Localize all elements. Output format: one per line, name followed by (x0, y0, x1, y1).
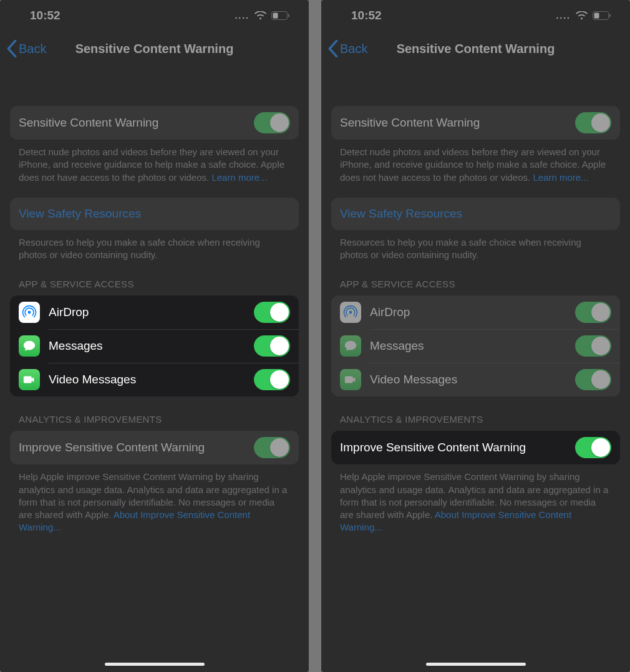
toggle-on-icon[interactable] (254, 335, 290, 357)
messages-icon (340, 335, 361, 357)
home-indicator[interactable] (105, 663, 205, 666)
toggle-on-icon[interactable] (254, 369, 290, 390)
improve-group: Improve Sensitive Content Warning (331, 431, 620, 464)
apps-group: AirDrop Messages Video Messages (331, 295, 620, 396)
improve-footer: Help Apple improve Sensitive Content War… (10, 464, 299, 534)
main-toggle-footer: Detect nude photos and videos before the… (10, 140, 299, 184)
row-label: Messages (370, 339, 566, 353)
video-messages-row[interactable]: Video Messages (10, 363, 299, 396)
row-label: AirDrop (49, 305, 245, 319)
safety-group: View Safety Resources (331, 198, 620, 230)
airdrop-icon (340, 302, 361, 323)
airdrop-row[interactable]: AirDrop (10, 295, 299, 329)
main-toggle-group: Sensitive Content Warning (331, 106, 620, 140)
analytics-section-header: ANALYTICS & IMPROVEMENTS (10, 396, 299, 431)
wifi-icon (576, 11, 588, 20)
improve-footer: Help Apple improve Sensitive Content War… (331, 464, 620, 534)
row-label: Video Messages (370, 373, 566, 386)
chevron-left-icon (6, 40, 17, 57)
video-messages-icon (19, 369, 40, 390)
apps-section-header: APP & SERVICE ACCESS (331, 261, 620, 295)
toggle-on-icon[interactable] (575, 335, 611, 357)
video-messages-icon (340, 369, 361, 390)
row-label: Video Messages (49, 373, 245, 386)
toggle-on-icon[interactable] (254, 112, 290, 133)
sensitive-content-warning-row[interactable]: Sensitive Content Warning (10, 106, 299, 140)
safety-footer: Resources to help you make a safe choice… (331, 230, 620, 262)
improve-group: Improve Sensitive Content Warning (10, 431, 299, 464)
sensitive-content-warning-row[interactable]: Sensitive Content Warning (331, 106, 620, 140)
safety-footer: Resources to help you make a safe choice… (10, 230, 299, 262)
main-toggle-footer: Detect nude photos and videos before the… (331, 140, 620, 184)
status-bar: 10:52 .... (0, 0, 309, 31)
status-time: 10:52 (351, 9, 382, 22)
back-button[interactable]: Back (6, 40, 46, 57)
toggle-on-icon[interactable] (575, 112, 611, 133)
toggle-on-icon[interactable] (254, 302, 290, 323)
nav-bar: Back Sensitive Content Warning (0, 31, 309, 66)
row-label: Improve Sensitive Content Warning (340, 441, 566, 454)
battery-icon (271, 11, 290, 20)
row-label: Sensitive Content Warning (19, 116, 245, 130)
nav-bar: Back Sensitive Content Warning (321, 31, 630, 66)
svg-point-3 (28, 311, 31, 314)
home-indicator[interactable] (426, 663, 526, 666)
row-label: AirDrop (370, 305, 566, 319)
view-safety-resources-row[interactable]: View Safety Resources (331, 198, 620, 230)
svg-rect-5 (594, 13, 599, 19)
airdrop-icon (19, 302, 40, 323)
view-safety-resources-row[interactable]: View Safety Resources (10, 198, 299, 230)
main-toggle-group: Sensitive Content Warning (10, 106, 299, 140)
improve-row[interactable]: Improve Sensitive Content Warning (10, 431, 299, 464)
wifi-icon (254, 11, 266, 20)
svg-rect-1 (273, 13, 278, 19)
safety-group: View Safety Resources (10, 198, 299, 230)
improve-row[interactable]: Improve Sensitive Content Warning (331, 431, 620, 464)
cellular-dots-icon: .... (556, 11, 571, 21)
phone-left: 10:52 .... Back Sensitive Content Warnin… (0, 0, 309, 672)
phone-right: 10:52 .... Back Sensitive Content Warnin… (321, 0, 630, 672)
toggle-on-icon[interactable] (575, 437, 611, 458)
messages-icon (19, 335, 40, 357)
back-button[interactable]: Back (327, 40, 367, 57)
row-label: Improve Sensitive Content Warning (19, 441, 245, 454)
row-label: Messages (49, 339, 245, 353)
back-label: Back (340, 42, 367, 56)
messages-row[interactable]: Messages (331, 329, 620, 363)
toggle-on-icon[interactable] (575, 369, 611, 390)
status-time: 10:52 (30, 9, 61, 22)
svg-rect-2 (288, 14, 289, 17)
analytics-section-header: ANALYTICS & IMPROVEMENTS (331, 396, 620, 431)
apps-group: AirDrop Messages Video Messages (10, 295, 299, 396)
apps-section-header: APP & SERVICE ACCESS (10, 261, 299, 295)
page-title: Sensitive Content Warning (75, 42, 234, 56)
learn-more-link[interactable]: Learn more... (533, 172, 588, 183)
page-title: Sensitive Content Warning (397, 42, 555, 56)
toggle-on-icon[interactable] (254, 437, 290, 458)
learn-more-link[interactable]: Learn more... (211, 172, 267, 183)
svg-rect-6 (609, 14, 611, 17)
chevron-left-icon (327, 40, 339, 57)
video-messages-row[interactable]: Video Messages (331, 363, 620, 396)
back-label: Back (19, 42, 46, 56)
messages-row[interactable]: Messages (10, 329, 299, 363)
svg-point-7 (349, 311, 352, 314)
battery-icon (593, 11, 611, 20)
cellular-dots-icon: .... (235, 11, 250, 21)
airdrop-row[interactable]: AirDrop (331, 295, 620, 329)
row-label: Sensitive Content Warning (340, 116, 566, 130)
status-bar: 10:52 .... (321, 0, 630, 31)
toggle-on-icon[interactable] (575, 302, 611, 323)
